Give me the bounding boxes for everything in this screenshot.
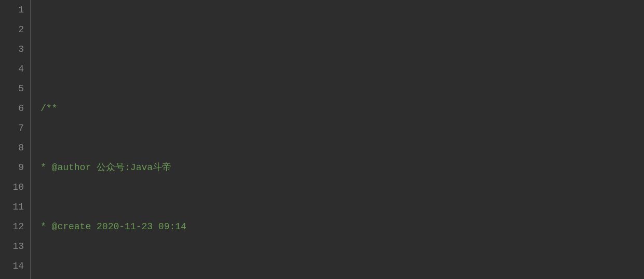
line-number: 3 [0, 39, 24, 59]
line-number: 11 [0, 197, 24, 217]
code-line[interactable] [41, 39, 644, 59]
doc-comment: 2020-11-23 09:14 [91, 221, 186, 232]
line-number: 12 [0, 217, 24, 236]
line-number: 13 [0, 236, 24, 256]
line-number: 8 [0, 138, 24, 158]
doc-comment: /** [41, 103, 57, 114]
doc-tag: @create [52, 221, 91, 232]
line-number: 10 [0, 177, 24, 197]
code-line[interactable]: /** [41, 99, 644, 118]
code-line[interactable]: * @create 2020-11-23 09:14 [41, 217, 644, 236]
line-number: 5 [0, 79, 24, 99]
code-line[interactable]: * @author 公众号:Java斗帝 [41, 158, 644, 177]
line-number: 4 [0, 59, 24, 79]
line-number: 14 [0, 256, 24, 276]
code-line[interactable]: * @description */ [41, 276, 644, 279]
line-number: 2 [0, 20, 24, 39]
doc-tag: @author [52, 162, 91, 173]
line-number-gutter: 1 2 3 4 5 6 7 8 9 10 11 12 13 14 [0, 0, 31, 279]
code-editor[interactable]: /** * @author 公众号:Java斗帝 * @create 2020-… [31, 0, 644, 279]
line-number: 6 [0, 99, 24, 118]
doc-comment: * [41, 162, 52, 173]
line-number: 1 [0, 0, 24, 20]
doc-comment: 公众号:Java斗帝 [91, 162, 171, 173]
doc-comment: * [41, 221, 52, 232]
line-number: 9 [0, 158, 24, 177]
line-number: 7 [0, 118, 24, 138]
